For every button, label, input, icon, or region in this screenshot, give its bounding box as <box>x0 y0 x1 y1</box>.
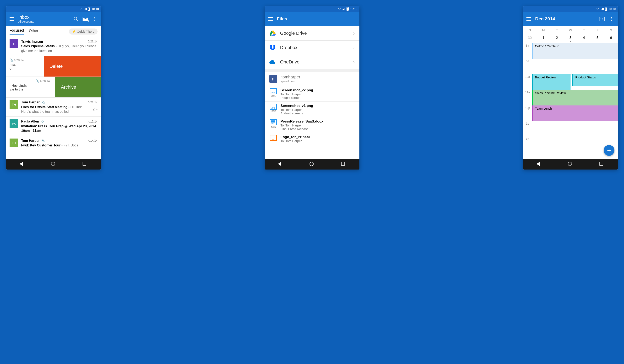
email-list[interactable]: TI Travis Ingram6/28/14 Sales Pipeline S… <box>6 37 101 159</box>
jpg-icon: JPG <box>270 104 277 110</box>
nav-bar <box>265 159 360 170</box>
search-icon[interactable] <box>73 16 78 22</box>
week-row[interactable]: 30 1 2 3 4 5 6 <box>523 34 618 43</box>
date-cell-selected[interactable]: 3 <box>564 36 577 40</box>
menu-icon[interactable] <box>526 17 531 21</box>
today-badge[interactable]: 11 <box>599 17 605 21</box>
tab-focused[interactable]: Focused <box>10 28 24 34</box>
email-item[interactable]: TH Tom Harper📎6/28/14 Files for Offsite … <box>6 98 101 117</box>
email-item-swiped[interactable]: 📎6/28/14 - Hey Linda, ate to the Archive <box>6 77 101 98</box>
battery-icon <box>88 7 90 11</box>
onedrive-icon <box>269 59 276 65</box>
email-date: 4/15/14 <box>88 120 98 124</box>
signal-icon <box>342 8 345 10</box>
battery-icon <box>605 7 607 11</box>
hour-label: 11a <box>523 90 532 105</box>
status-bar: 10:10 <box>265 6 360 12</box>
svg-marker-5 <box>270 45 273 47</box>
calendar-event[interactable]: Sales Pipeline Review <box>532 90 618 105</box>
calendar-event[interactable]: Product Status <box>572 74 618 86</box>
back-button[interactable] <box>536 162 542 167</box>
overflow-icon[interactable] <box>92 16 98 22</box>
email-item[interactable]: PA Paula Allen📎4/15/14 Invitation: Press… <box>6 117 101 136</box>
svg-point-0 <box>74 17 77 20</box>
page-title: Files <box>277 16 356 22</box>
email-item[interactable]: TI Travis Ingram6/28/14 Sales Pipeline S… <box>6 37 101 56</box>
date-cell[interactable]: 1 <box>537 36 550 40</box>
email-count: 2 <box>93 107 95 112</box>
date-cell[interactable]: 5 <box>591 36 604 40</box>
account-header[interactable]: g tomharpergmail.com <box>265 72 360 86</box>
email-date: 6/28/14 <box>14 58 24 62</box>
status-bar: 10:10 <box>6 6 101 12</box>
account-name: tomharper <box>282 75 300 79</box>
home-button[interactable] <box>568 162 573 167</box>
calendar-event[interactable]: Team Lunch <box>532 105 618 121</box>
files-list[interactable]: Google Drive› Dropbox› OneDrive› g tomha… <box>265 26 360 159</box>
service-google-drive[interactable]: Google Drive› <box>265 26 360 41</box>
email-date: 4/14/14 <box>88 139 98 143</box>
file-item[interactable]: AI Logo_for_Print.aiTo: Tom Harper <box>265 133 360 145</box>
recent-button[interactable] <box>599 162 604 167</box>
email-date: 6/28/14 <box>40 79 50 82</box>
file-item[interactable]: JPG186K Screenshot_v2.pngTo: Tom HarperP… <box>265 86 360 102</box>
files-screen: 10:10 Files Google Drive› Dropbox› OneDr… <box>265 6 360 170</box>
page-subtitle: All Accounts <box>18 20 69 23</box>
wifi-icon <box>596 8 599 10</box>
wifi-icon <box>79 8 82 10</box>
calendar-event[interactable]: Coffee / Catch-up <box>532 43 618 59</box>
doc-icon: DOC <box>270 119 277 125</box>
home-button[interactable] <box>51 162 56 167</box>
add-event-fab[interactable]: + <box>604 145 614 156</box>
file-item[interactable]: DOC231K PressRelease_SaaS.docxTo: Tom Ha… <box>265 117 360 133</box>
hour-label: 10a <box>523 74 532 90</box>
file-to: To: Tom Harper <box>281 108 313 111</box>
recent-button[interactable] <box>341 162 346 167</box>
nav-bar <box>523 159 618 170</box>
signal-icon <box>601 8 604 10</box>
menu-icon[interactable] <box>268 17 273 21</box>
delete-action[interactable]: Delete <box>44 56 101 77</box>
overflow-icon[interactable] <box>609 16 614 22</box>
home-button[interactable] <box>310 162 314 167</box>
back-button[interactable] <box>20 162 25 167</box>
service-onedrive[interactable]: OneDrive› <box>265 55 360 69</box>
email-item[interactable]: TH Tom Harper📎4/14/14 Fwd: Key Customer … <box>6 136 101 148</box>
email-subject: Sales Pipeline Status <box>21 44 55 48</box>
file-to: To: Tom Harper <box>281 139 310 143</box>
status-bar: 10:10 <box>523 6 618 12</box>
quick-filters-button[interactable]: Quick Filters <box>69 28 98 34</box>
archive-action[interactable]: Archive <box>55 77 101 97</box>
svg-marker-6 <box>273 45 276 47</box>
app-bar: Inbox All Accounts + <box>6 12 101 26</box>
compose-icon[interactable]: + <box>82 16 88 22</box>
email-item-swiped[interactable]: 📎6/28/14 nda, e Delete <box>6 56 101 77</box>
file-item[interactable]: JPG195K Screenshot_v1.pngTo: Tom HarperA… <box>265 102 360 117</box>
hour-label: 12p <box>523 105 532 121</box>
service-dropbox[interactable]: Dropbox› <box>265 41 360 55</box>
attachment-icon: 📎 <box>10 58 13 62</box>
date-cell[interactable]: 6 <box>604 36 618 40</box>
file-desc: People screen <box>281 96 313 100</box>
date-cell[interactable]: 4 <box>577 36 591 40</box>
hour-label: 2p <box>523 137 532 152</box>
hour-label: 8a <box>523 43 532 59</box>
svg-marker-7 <box>270 47 273 49</box>
nav-bar <box>6 159 101 170</box>
weekday-header: SMTWTFS <box>523 26 618 34</box>
avatar: PA <box>10 119 18 128</box>
hour-label: 9a <box>523 59 532 74</box>
app-bar: Files <box>265 12 360 26</box>
calendar-event[interactable]: Budget Review <box>532 74 571 90</box>
date-cell[interactable]: 30 <box>523 36 537 40</box>
date-cell[interactable]: 2 <box>550 36 564 40</box>
tab-other[interactable]: Other <box>29 29 38 34</box>
menu-icon[interactable] <box>10 17 14 21</box>
back-button[interactable] <box>278 162 283 167</box>
recent-button[interactable] <box>82 162 88 167</box>
account-sub: gmail.com <box>282 79 300 83</box>
day-view[interactable]: 8a9a10a11a12p1p2p Coffee / Catch-upBudge… <box>523 43 618 159</box>
jpg-icon: JPG <box>270 88 277 94</box>
calendar-screen: 10:10 Dec 2014 11 SMTWTFS 30 1 2 3 4 5 6… <box>523 6 618 170</box>
status-time: 10:10 <box>608 7 616 11</box>
